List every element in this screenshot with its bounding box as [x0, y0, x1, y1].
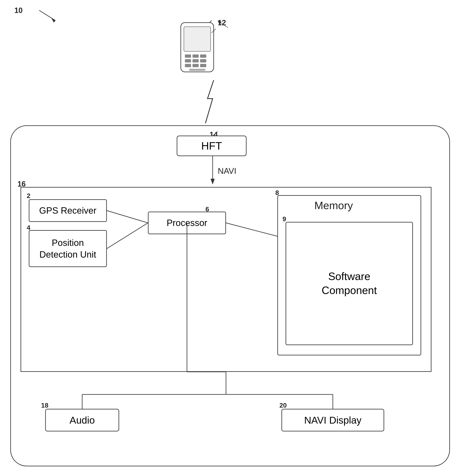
gps-receiver-label: GPS Receiver — [39, 205, 97, 216]
svg-rect-6 — [200, 54, 206, 58]
diagram: 10 12 14 — [0, 0, 460, 476]
svg-marker-1 — [51, 18, 55, 23]
gps-receiver-box: GPS Receiver — [29, 199, 107, 222]
hft-label: HFT — [201, 140, 222, 152]
svg-line-0 — [39, 10, 55, 21]
navi-display-label: NAVI Display — [304, 415, 361, 426]
svg-line-14 — [210, 21, 214, 23]
svg-marker-21 — [211, 179, 215, 185]
ref-18: 18 — [41, 402, 49, 409]
position-detection-box: PositionDetection Unit — [29, 230, 107, 267]
ref-12-arrow — [216, 19, 232, 30]
navi-arrow-label: NAVI — [218, 166, 236, 176]
software-component-label: SoftwareComponent — [322, 270, 377, 297]
audio-box: Audio — [45, 409, 119, 431]
ref-20: 20 — [279, 402, 287, 409]
ref-2: 2 — [27, 192, 30, 200]
memory-label: Memory — [314, 199, 353, 212]
svg-rect-9 — [200, 59, 206, 62]
phone-icon — [169, 21, 226, 82]
ref-10: 10 — [14, 6, 23, 15]
svg-rect-7 — [185, 59, 191, 62]
svg-rect-10 — [185, 64, 191, 67]
svg-rect-13 — [189, 69, 205, 71]
arrow-hft-to-navi — [206, 156, 219, 189]
software-component-box: SoftwareComponent — [286, 222, 413, 345]
ref-16: 16 — [17, 180, 26, 188]
svg-rect-3 — [184, 27, 211, 51]
signal-lightning — [203, 80, 220, 123]
svg-rect-4 — [185, 54, 191, 58]
position-detection-label: PositionDetection Unit — [39, 237, 96, 260]
processor-label: Processor — [167, 218, 207, 228]
hft-box: HFT — [177, 136, 247, 156]
audio-label: Audio — [70, 415, 95, 426]
svg-rect-5 — [193, 54, 199, 58]
svg-rect-12 — [200, 64, 206, 67]
svg-rect-11 — [193, 64, 199, 67]
navi-display-box: NAVI Display — [281, 409, 384, 431]
svg-rect-8 — [193, 59, 199, 62]
ref-9: 9 — [282, 215, 286, 223]
processor-box: Processor — [148, 212, 226, 234]
ref-10-arrow — [39, 10, 60, 23]
